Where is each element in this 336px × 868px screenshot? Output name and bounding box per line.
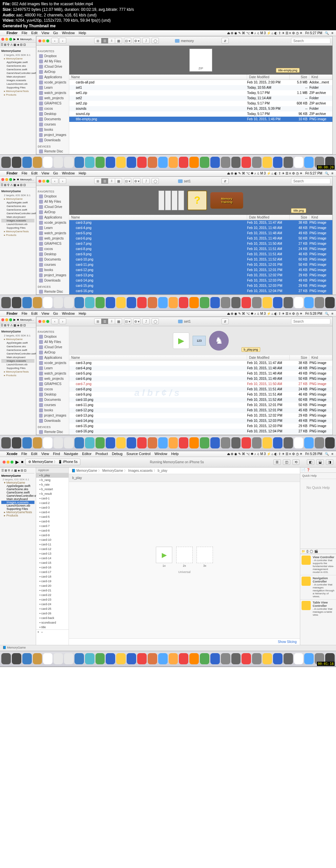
forward-button[interactable]: › <box>59 178 66 184</box>
dock-app-19[interactable] <box>200 653 209 664</box>
menu-view[interactable]: View <box>41 31 49 35</box>
dock-app-16[interactable] <box>169 437 178 448</box>
menu-window[interactable]: Window <box>155 452 167 456</box>
sidebar-item-xcode_projects[interactable]: xcode_projects <box>38 220 68 225</box>
file-row[interactable]: card-16.pngFeb 10, 2015, 12:04 PM27 KBPN… <box>69 288 332 294</box>
dock-app-20[interactable] <box>210 297 220 308</box>
sidebar-item-applications[interactable]: Applications <box>38 215 68 220</box>
dock-app-4[interactable] <box>43 157 53 168</box>
file-row[interactable]: sound.zipToday, 5:17 PM96 KBZIP archive <box>69 112 332 117</box>
dock-app-3[interactable] <box>33 437 42 448</box>
nav-file[interactable]: GameScene.swift <box>1 348 34 352</box>
dock-app-15[interactable] <box>158 437 168 448</box>
dock-app-28[interactable] <box>294 653 304 664</box>
dock-app-21[interactable] <box>221 157 230 168</box>
spotlight-icon[interactable]: 🔍 <box>325 452 329 456</box>
dock-app-31[interactable] <box>325 437 335 448</box>
file-row[interactable]: card-3.pngFeb 10, 2015, 11:47 AM38 KBPNG… <box>69 220 332 225</box>
window-controls[interactable] <box>38 320 49 323</box>
nav-file[interactable]: GameScene.sks <box>1 345 34 348</box>
asset-item[interactable]: ▪ card-24 <box>36 602 69 607</box>
tags-button[interactable]: ◯ <box>152 38 159 44</box>
dropbox-icon[interactable]: ⇵ <box>222 318 229 324</box>
clock[interactable]: Fri 5:28 PM <box>305 312 322 315</box>
dock-app-11[interactable] <box>116 653 126 664</box>
show-slicing-button[interactable]: Show Slicing <box>69 638 300 645</box>
sidebar-item-cocos[interactable]: cocos <box>38 246 68 252</box>
nav-file[interactable]: Main.storyboard <box>1 215 34 219</box>
dock-app-1[interactable] <box>12 157 21 168</box>
menu-view[interactable]: View <box>41 311 49 315</box>
sidebar-item-all-my-files[interactable]: All My Files <box>38 199 68 204</box>
dock-app-10[interactable] <box>106 437 115 448</box>
dock-app-5[interactable] <box>54 437 63 448</box>
dock-app-1[interactable] <box>12 437 21 448</box>
asset-item[interactable]: ▪ card-19 <box>36 579 69 584</box>
dock-app-9[interactable] <box>96 157 105 168</box>
menu-help[interactable]: Help <box>79 171 86 175</box>
list-header[interactable]: Name Date Modified Size Kind <box>69 74 332 80</box>
app-menu[interactable]: Finder <box>6 311 18 315</box>
dock-app-0[interactable] <box>1 297 11 308</box>
col-kind[interactable]: Kind <box>309 215 332 220</box>
sidebar-item-dropbox[interactable]: Dropbox <box>38 54 68 59</box>
dock-app-25[interactable] <box>263 437 272 448</box>
nav-file[interactable]: Images.xcassets <box>1 79 34 82</box>
menu-product[interactable]: Product <box>96 452 108 456</box>
dock-app-27[interactable] <box>283 297 293 308</box>
dock-app-5[interactable] <box>54 297 63 308</box>
nav-file[interactable]: GameViewController.swift <box>1 212 34 215</box>
column-view-button[interactable]: ⫴ <box>108 38 115 44</box>
dock-app-19[interactable] <box>200 157 209 168</box>
dock-app-9[interactable] <box>96 297 105 308</box>
dock-app-15[interactable] <box>158 297 168 308</box>
file-row[interactable]: set1.zipToday, 5:17 PM1.1 MBZIP archive <box>69 90 332 96</box>
sidebar-item-all-my-files[interactable]: All My Files <box>38 59 68 64</box>
dock-app-4[interactable] <box>43 653 53 664</box>
asset-item[interactable]: ▪ card-9 <box>36 533 69 537</box>
nav-file[interactable]: LaunchScreen.xib <box>1 82 34 86</box>
file-row[interactable]: card-15.pngFeb 10, 2015, 12:03 PM29 KBPN… <box>69 424 332 429</box>
asset-item[interactable]: ▪ card-16 <box>36 565 69 570</box>
spotlight-icon[interactable]: 🔍 <box>325 312 329 315</box>
dock-app-17[interactable] <box>179 653 188 664</box>
dock-app-1[interactable] <box>12 653 21 664</box>
nav-file[interactable]: GameViewController.swift <box>1 71 34 75</box>
col-date[interactable]: Date Modified <box>247 355 290 360</box>
col-name[interactable]: Name <box>69 355 247 360</box>
sidebar-item-applications[interactable]: Applications <box>38 355 68 361</box>
menu-help[interactable]: Help <box>79 31 86 35</box>
asset-item[interactable]: ▪ card-5 <box>36 515 69 519</box>
sidebar-item-documents[interactable]: Documents <box>38 117 68 122</box>
dock-app-14[interactable] <box>148 297 157 308</box>
asset-item[interactable]: ▪ card-2 <box>36 501 69 505</box>
col-kind[interactable]: Kind <box>309 74 332 80</box>
nav-file[interactable]: GameScene.sks <box>1 64 34 68</box>
editor-standard[interactable]: ☰ <box>273 459 281 465</box>
sidebar-item-downloads[interactable]: Downloads <box>38 418 68 424</box>
dock-app-22[interactable] <box>231 157 241 168</box>
dropbox-icon[interactable]: ⇵ <box>222 178 229 184</box>
sidebar-item-graphics[interactable]: GRAPHICS <box>38 101 68 106</box>
notification-icon[interactable]: ≡ <box>331 172 333 175</box>
dock-app-6[interactable] <box>64 653 73 664</box>
menu-debug[interactable]: Debug <box>112 452 123 456</box>
sidebar-item-remote-disc[interactable]: Remote Disc <box>38 289 68 294</box>
dock-app-11[interactable] <box>116 157 126 168</box>
dock-app-16[interactable] <box>169 297 178 308</box>
menu-extras[interactable]: ⏏ ⊕ ◉ ✎ ⌘ ⌥ ✱ ♪ ♫ M 3 ⚡ ⌂ ◐ ⇪ ✈ ☰ ≡ ⚙ ◷ … <box>227 452 303 456</box>
nav-project[interactable]: MemoryGame <box>1 473 34 478</box>
sidebar-item-downloads[interactable]: Downloads <box>38 278 68 283</box>
list-header[interactable]: Name Date Modified Size Kind <box>69 215 332 220</box>
asset-item[interactable]: ▪ card-12 <box>36 547 69 551</box>
coverflow-view-button[interactable]: ▦ <box>115 318 122 324</box>
sidebar-item-books[interactable]: books <box>38 268 68 273</box>
dock-app-25[interactable] <box>263 297 272 308</box>
col-size[interactable]: Size <box>290 215 309 220</box>
run-button[interactable]: ▶ <box>13 318 16 321</box>
nav-file[interactable]: Main.storyboard <box>1 355 34 359</box>
menu-view[interactable]: View <box>41 452 49 456</box>
dock-app-10[interactable] <box>106 157 115 168</box>
nav-file[interactable]: LaunchScreen.xib <box>1 222 34 226</box>
sidebar-item-web_projects[interactable]: web_projects <box>38 376 68 381</box>
